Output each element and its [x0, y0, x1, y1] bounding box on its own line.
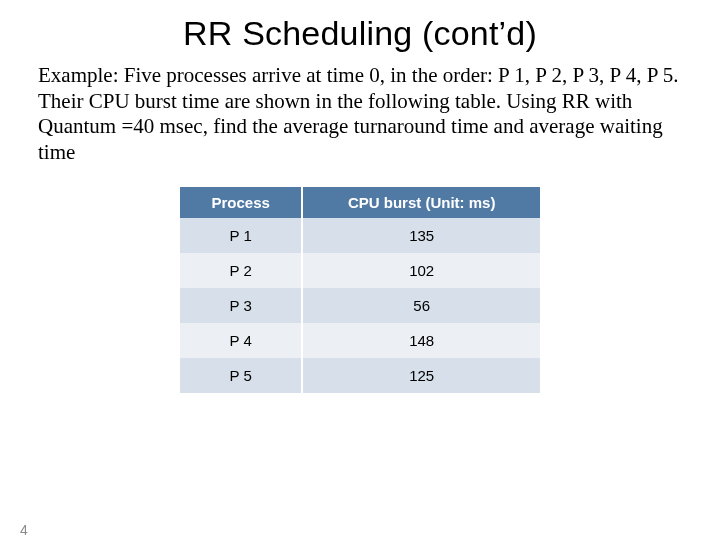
- cell-process: P 2: [180, 253, 302, 288]
- col-header-burst: CPU burst (Unit: ms): [302, 187, 540, 218]
- table-row: P 4 148: [180, 323, 540, 358]
- col-header-process: Process: [180, 187, 302, 218]
- cell-process: P 5: [180, 358, 302, 393]
- cell-burst: 148: [302, 323, 540, 358]
- example-text: Example: Five processes arrive at time 0…: [38, 63, 682, 165]
- burst-table: Process CPU burst (Unit: ms) P 1 135 P 2…: [180, 187, 540, 393]
- table-row: P 2 102: [180, 253, 540, 288]
- cell-process: P 4: [180, 323, 302, 358]
- cell-burst: 56: [302, 288, 540, 323]
- table-row: P 3 56: [180, 288, 540, 323]
- cell-process: P 3: [180, 288, 302, 323]
- page-number: 4: [20, 522, 28, 538]
- burst-table-wrap: Process CPU burst (Unit: ms) P 1 135 P 2…: [180, 187, 540, 393]
- table-row: P 1 135: [180, 218, 540, 253]
- table-header-row: Process CPU burst (Unit: ms): [180, 187, 540, 218]
- cell-process: P 1: [180, 218, 302, 253]
- slide: RR Scheduling (cont’d) Example: Five pro…: [0, 14, 720, 540]
- cell-burst: 125: [302, 358, 540, 393]
- cell-burst: 135: [302, 218, 540, 253]
- slide-title: RR Scheduling (cont’d): [0, 14, 720, 53]
- table-row: P 5 125: [180, 358, 540, 393]
- cell-burst: 102: [302, 253, 540, 288]
